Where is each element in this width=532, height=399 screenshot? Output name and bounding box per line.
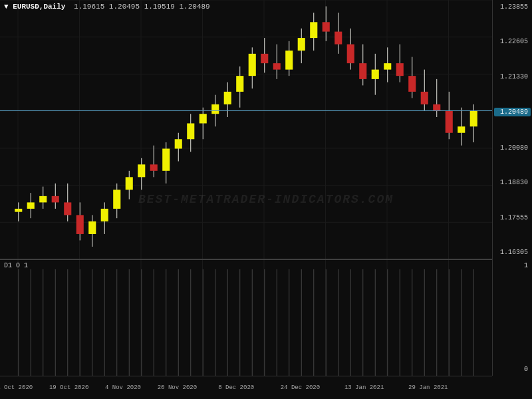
sub-price-label: 0 bbox=[494, 366, 531, 373]
price-label: 1.18830 bbox=[494, 179, 531, 186]
time-label: 8 Dec 2020 bbox=[218, 384, 254, 391]
sub-axis: 10 bbox=[492, 259, 532, 376]
time-label: 13 Jan 2021 bbox=[344, 384, 384, 391]
time-axis: 1 Oct 202019 Oct 20204 Nov 202020 Nov 20… bbox=[0, 376, 492, 399]
main-chart-canvas bbox=[0, 0, 492, 259]
price-axis: 1.238551.226051.213301.204891.200801.188… bbox=[492, 0, 532, 259]
sub-chart-header: D1 O 1 bbox=[4, 262, 28, 269]
price-label: 1.16305 bbox=[494, 249, 531, 256]
symbol-label: ▼ EURUSD,Daily bbox=[4, 3, 65, 11]
time-label: 19 Oct 2020 bbox=[49, 384, 88, 391]
ohlc-label: 1.19615 1.20495 1.19519 1.20489 bbox=[74, 3, 210, 11]
chart-header: ▼ EURUSD,Daily 1.19615 1.20495 1.19519 1… bbox=[4, 3, 210, 11]
price-label: 1.22605 bbox=[494, 38, 531, 45]
chart-container: 1.238551.226051.213301.204891.200801.188… bbox=[0, 0, 532, 399]
sub-price-label: 1 bbox=[494, 262, 531, 269]
price-label: 1.21330 bbox=[494, 73, 531, 80]
price-label: 1.17555 bbox=[494, 214, 531, 221]
time-label: 1 Oct 2020 bbox=[0, 384, 33, 391]
price-label: 1.23855 bbox=[494, 3, 531, 11]
time-label: 4 Nov 2020 bbox=[105, 384, 141, 391]
sub-chart-canvas bbox=[0, 259, 492, 376]
time-label: 29 Jan 2021 bbox=[408, 384, 448, 391]
time-label: 20 Nov 2020 bbox=[158, 384, 197, 391]
price-label: 1.20080 bbox=[494, 144, 531, 152]
time-label: 24 Dec 2020 bbox=[281, 384, 320, 391]
price-label: 1.20489 bbox=[494, 108, 531, 116]
